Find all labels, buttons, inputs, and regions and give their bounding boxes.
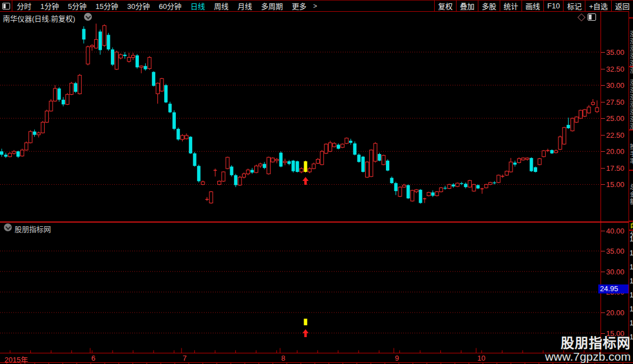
- candle: [460, 183, 463, 184]
- side-panel-divider: [629, 66, 633, 67]
- side-panel-number: 1: [630, 235, 633, 243]
- indicator-chevron-down-icon[interactable]: [4, 223, 12, 231]
- candle: [587, 107, 590, 113]
- candle: [144, 66, 147, 69]
- candle: [197, 166, 201, 181]
- candle: [595, 108, 599, 111]
- candle: [550, 150, 553, 153]
- candle: [90, 45, 94, 46]
- candle: [522, 158, 525, 160]
- price-tick: [601, 151, 605, 152]
- price-tick: [601, 52, 605, 53]
- indicator-signal-bar: [304, 319, 307, 325]
- candle: [509, 162, 513, 172]
- candle: [518, 158, 521, 162]
- side-panel-number: 1: [630, 263, 633, 271]
- month-label: 10: [477, 354, 485, 362]
- price-tick: [601, 69, 605, 69]
- candle: [123, 55, 127, 56]
- candle: [513, 162, 516, 165]
- candle: [365, 162, 369, 177]
- candle: [275, 159, 278, 160]
- candle: [357, 155, 361, 162]
- indicator-tick: [601, 251, 605, 251]
- candle: [468, 180, 472, 187]
- candle: [95, 40, 98, 48]
- candle: [456, 183, 459, 186]
- candle: [398, 187, 402, 197]
- candle: [583, 110, 587, 116]
- watermark-site-name: 股朋指标网: [545, 337, 631, 350]
- candle: [62, 100, 65, 104]
- candle: [8, 153, 12, 157]
- candle: [423, 198, 426, 199]
- candle: [185, 136, 188, 139]
- candle: [525, 158, 529, 159]
- candle: [444, 188, 447, 188]
- indicator-tick: [601, 312, 605, 313]
- candle: [210, 192, 213, 203]
- candle: [136, 55, 139, 67]
- candle: [558, 137, 562, 149]
- candle: [328, 143, 332, 151]
- candle: [222, 172, 225, 181]
- candle: [4, 155, 7, 157]
- candle: [0, 151, 3, 155]
- candle: [217, 181, 221, 184]
- side-panel-text: 涨涨涨涨涨涨涨: [629, 80, 633, 130]
- candle: [415, 190, 418, 192]
- candle: [250, 170, 254, 172]
- side-panel-text: 总金额: [629, 184, 633, 206]
- candle: [497, 175, 500, 183]
- candle: [107, 35, 110, 49]
- candle: [283, 161, 287, 162]
- candle: [296, 161, 299, 172]
- candle: [82, 29, 86, 40]
- month-label: 7: [183, 354, 187, 362]
- candle: [402, 185, 406, 188]
- candle: [242, 174, 245, 177]
- candlestick-chart-canvas[interactable]: [0, 0, 633, 364]
- candle: [213, 170, 217, 170]
- candle: [12, 151, 16, 153]
- candle: [21, 150, 24, 156]
- side-panel-text: 涨涨涨涨涨涨: [629, 31, 633, 74]
- title-chevron-down-icon[interactable]: [84, 13, 92, 21]
- candle: [58, 88, 61, 100]
- indicator-tick: [601, 333, 605, 334]
- candle: [291, 161, 295, 171]
- price-axis-label: 35.00: [606, 48, 625, 57]
- candle: [201, 182, 204, 185]
- candle: [127, 57, 131, 61]
- candle: [341, 144, 344, 147]
- candle: [361, 157, 365, 172]
- candle: [139, 66, 143, 67]
- candle: [53, 88, 57, 101]
- candle: [534, 167, 537, 172]
- candle: [254, 166, 258, 172]
- month-label: 6: [91, 354, 95, 362]
- side-panel-number: 1: [630, 291, 633, 299]
- split-pane-icon[interactable]: [588, 13, 596, 21]
- candle: [485, 184, 488, 188]
- candle: [320, 151, 324, 165]
- candle: [435, 192, 439, 195]
- candle: [538, 158, 541, 165]
- candle: [74, 83, 77, 92]
- indicator-name: 股朋指标网: [15, 223, 51, 234]
- candle: [246, 170, 250, 174]
- candle: [476, 185, 480, 189]
- candle: [152, 72, 155, 86]
- candle: [427, 193, 430, 196]
- side-panel-text: 换手率: [629, 143, 633, 165]
- candle: [394, 183, 398, 191]
- year-label: 2015年: [4, 354, 28, 364]
- price-axis-label: 15.00: [606, 180, 625, 189]
- candle: [488, 183, 492, 185]
- month-label: 8: [281, 354, 285, 362]
- candle: [353, 143, 356, 155]
- candle: [173, 113, 176, 129]
- candle: [382, 155, 385, 165]
- candle: [530, 158, 533, 171]
- side-panel-number: 1: [630, 249, 633, 257]
